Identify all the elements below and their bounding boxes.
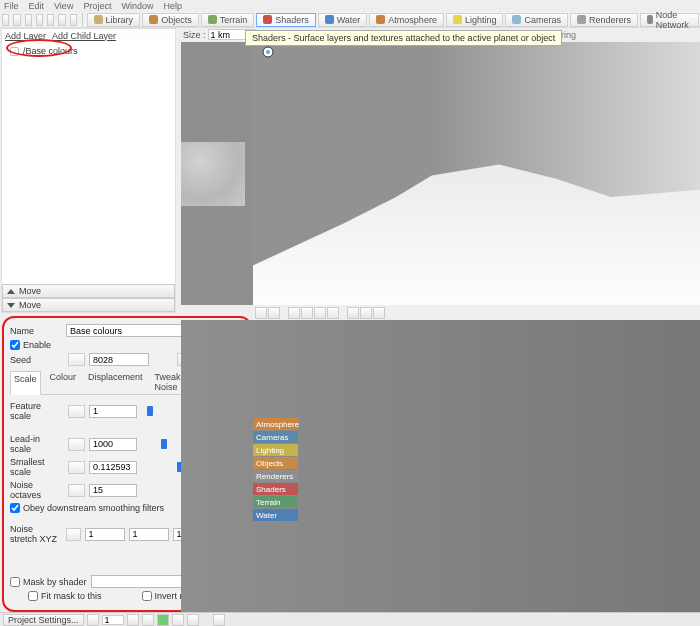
tab-tweak-noise[interactable]: Tweak Noise [152, 370, 184, 394]
chip-renderers[interactable]: Renderers [253, 470, 298, 482]
smallest-stepper[interactable] [68, 461, 85, 474]
move-up-button[interactable]: Move [2, 284, 175, 298]
vp-tool-8-icon[interactable] [360, 307, 372, 319]
swatch-icon [94, 15, 103, 24]
layers-header: Add Layer Add Child Layer [2, 29, 175, 42]
navigate-icon[interactable] [261, 45, 275, 59]
menu-project[interactable]: Project [83, 1, 111, 11]
project-settings-button[interactable]: Project Settings... [3, 614, 84, 626]
add-layer-link[interactable]: Add Layer [5, 31, 46, 41]
resize-handle-icon[interactable]: ◢ [254, 290, 263, 304]
vp-tool-7-icon[interactable] [347, 307, 359, 319]
chip-atmosphere[interactable]: Atmosphere [253, 418, 298, 430]
tab-node-network[interactable]: Node Network [640, 13, 699, 27]
swatch-icon [149, 15, 158, 24]
add-child-layer-link[interactable]: Add Child Layer [52, 31, 116, 41]
move-down-button[interactable]: Move [2, 298, 175, 312]
octaves-stepper[interactable] [68, 484, 85, 497]
swatch-icon [208, 15, 217, 24]
leadin-scale-input[interactable] [89, 438, 137, 451]
tab-lighting[interactable]: Lighting [446, 13, 504, 27]
chip-cameras[interactable]: Cameras [253, 431, 298, 443]
stretch-x-input[interactable] [85, 528, 125, 541]
leadin-stepper[interactable] [68, 438, 85, 451]
swatch-icon [512, 15, 521, 24]
chip-terrain[interactable]: Terrain [253, 496, 298, 508]
smallest-scale-input[interactable] [89, 461, 137, 474]
tool-b-icon[interactable] [70, 14, 77, 26]
layer-item-base-colours[interactable]: /Base colours [10, 46, 78, 56]
goto-end-icon[interactable] [187, 614, 199, 626]
tab-water[interactable]: Water [318, 13, 368, 27]
enable-checkbox[interactable]: Enable [10, 340, 51, 350]
tab-label: Atmosphere [388, 15, 437, 25]
vp-tool-6-icon[interactable] [327, 307, 339, 319]
chip-water[interactable]: Water [253, 509, 298, 521]
vp-tool-2-icon[interactable] [268, 307, 280, 319]
noise-stretch-label: Noise stretch XYZ [10, 524, 60, 544]
status-extra-icon[interactable] [213, 614, 225, 626]
tool-a-icon[interactable] [58, 14, 65, 26]
seed-stepper[interactable] [68, 353, 85, 366]
chip-lighting[interactable]: Lighting [253, 444, 298, 456]
layers-list[interactable]: /Base colours [2, 42, 175, 284]
vp-tool-4-icon[interactable] [301, 307, 313, 319]
vp-tool-3-icon[interactable] [288, 307, 300, 319]
tab-library[interactable]: Library [87, 13, 141, 27]
menu-edit[interactable]: Edit [29, 1, 45, 11]
name-label: Name [10, 326, 62, 336]
tab-cameras[interactable]: Cameras [505, 13, 568, 27]
main-toolbar: LibraryObjectsTerrainShadersWaterAtmosph… [0, 12, 700, 28]
triangle-up-icon [7, 289, 15, 294]
swatch-icon [577, 15, 586, 24]
tab-colour[interactable]: Colour [47, 370, 80, 394]
layers-panel: Add Layer Add Child Layer /Base colours … [1, 28, 176, 313]
tab-shaders[interactable]: Shaders [256, 13, 316, 27]
obey-checkbox[interactable]: Obey downstream smoothing filters [10, 503, 164, 513]
name-input[interactable] [66, 324, 190, 337]
menu-view[interactable]: View [54, 1, 73, 11]
fit-mask-checkbox[interactable]: Fit mask to this [28, 591, 102, 601]
tab-label: Lighting [465, 15, 497, 25]
redo-icon[interactable] [47, 14, 54, 26]
feature-stepper[interactable] [68, 405, 85, 418]
swatch-icon [453, 15, 462, 24]
step-forward-icon[interactable] [172, 614, 184, 626]
save-icon[interactable] [25, 14, 32, 26]
stretch-y-input[interactable] [129, 528, 169, 541]
stretch-stepper[interactable] [66, 528, 80, 541]
vp-tool-9-icon[interactable] [373, 307, 385, 319]
chip-shaders[interactable]: Shaders [253, 483, 298, 495]
noise-octaves-input[interactable] [89, 484, 137, 497]
category-chips: AtmosphereCamerasLightingObjectsRenderer… [253, 418, 298, 522]
menu-window[interactable]: Window [121, 1, 153, 11]
tab-atmosphere[interactable]: Atmosphere [369, 13, 444, 27]
tab-renderers[interactable]: Renderers [570, 13, 638, 27]
vp-tool-5-icon[interactable] [314, 307, 326, 319]
mask-checkbox[interactable]: Mask by shader [10, 577, 87, 587]
tab-objects[interactable]: Objects [142, 13, 199, 27]
3d-viewport[interactable]: ◢ [253, 42, 700, 305]
pause-render-icon[interactable] [87, 614, 99, 626]
open-icon[interactable] [13, 14, 20, 26]
play-icon[interactable] [157, 614, 169, 626]
undo-icon[interactable] [36, 14, 43, 26]
chip-objects[interactable]: Objects [253, 457, 298, 469]
menu-help[interactable]: Help [163, 1, 182, 11]
tab-terrain[interactable]: Terrain [201, 13, 255, 27]
seed-label: Seed [10, 355, 62, 365]
seed-input[interactable] [89, 353, 149, 366]
tab-label: Cameras [524, 15, 561, 25]
tab-displacement[interactable]: Displacement [85, 370, 146, 394]
goto-start-icon[interactable] [127, 614, 139, 626]
tab-label: Shaders [275, 15, 309, 25]
preview-thumbnail[interactable] [181, 142, 245, 206]
feature-scale-input[interactable] [89, 405, 137, 418]
vp-tool-1-icon[interactable] [255, 307, 267, 319]
frame-input[interactable] [102, 615, 124, 625]
new-icon[interactable] [2, 14, 9, 26]
layer-label: /Base colours [23, 46, 78, 56]
step-back-icon[interactable] [142, 614, 154, 626]
tab-scale[interactable]: Scale [10, 371, 41, 395]
menu-file[interactable]: File [4, 1, 19, 11]
